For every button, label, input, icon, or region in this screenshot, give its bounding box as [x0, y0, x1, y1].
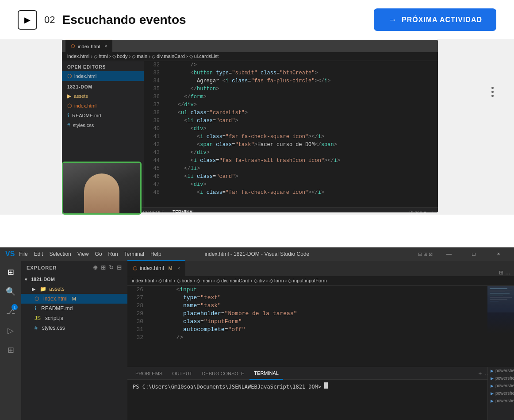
code-line-32: 32 />	[144, 61, 438, 69]
screenshot-indexhtml2: index.html	[74, 103, 96, 108]
next-activity-button[interactable]: → PRÓXIMA ACTIVIDAD	[374, 8, 496, 31]
terminal-item-5[interactable]: ▶ powershell	[488, 397, 514, 405]
tab-more-icon[interactable]: …	[505, 270, 510, 276]
sidebar-indexhtml[interactable]: ⬡ index.html M	[21, 294, 127, 304]
code-line-46: 46 <li class="card">	[144, 173, 438, 181]
main-breadcrumb-text: index.html › ◇ html › ◇ body › ◇ main › …	[132, 278, 327, 284]
screenshot-tab-close[interactable]: ×	[104, 44, 107, 49]
play-icon: ▶	[24, 15, 31, 25]
dot2	[491, 91, 494, 93]
maximize-button[interactable]: □	[464, 247, 484, 261]
assets-chevron: ▶	[32, 286, 35, 292]
code-line-39: 39 <li class="card">	[144, 117, 438, 125]
sidebar-stylescss[interactable]: # styles.css	[21, 323, 127, 333]
minimap-canvas	[487, 286, 514, 367]
menu-file[interactable]: File	[19, 251, 27, 257]
screenshot-styles: # styles.css	[62, 120, 144, 130]
sidebar-scriptjs[interactable]: JS script.js	[21, 313, 127, 323]
js-icon: JS	[35, 315, 41, 321]
screenshot-code: 32 /> 33 <button type="submit" class="bt…	[144, 61, 438, 207]
right-terminal-list: ▶ powershell ▶ powershell ▶ powershell ▶…	[487, 367, 514, 420]
screenshot-terminal-tab[interactable]: TERMINAL	[169, 208, 199, 212]
vscode-main-window: VS File Edit Selection View Go Run Termi…	[0, 247, 514, 420]
activity-extensions[interactable]: ⊞	[3, 342, 19, 358]
code-line-41: 41 <i class="far fa-check-square icon"><…	[144, 133, 438, 141]
collapse-icon[interactable]: ⊟	[117, 264, 122, 271]
new-terminal-btn[interactable]: +	[478, 370, 482, 377]
menu-terminal[interactable]: Terminal	[124, 251, 144, 257]
explorer-label: EXPLORER	[27, 265, 57, 270]
minimize-button[interactable]: —	[439, 247, 459, 261]
main-terminal-tabs: PROBLEMS OUTPUT DEBUG CONSOLE TERMINAL +…	[127, 367, 514, 380]
code-line-35: 35 </button>	[144, 85, 438, 93]
debug-console-tab[interactable]: DEBUG CONSOLE	[197, 367, 249, 380]
code-line-37: 37 </div>	[144, 101, 438, 109]
main-tab-indexhtml[interactable]: ⬡ index.html M ×	[127, 260, 185, 276]
menu-help[interactable]: Help	[150, 251, 161, 257]
tab-split-icon[interactable]: ⊞	[499, 270, 503, 276]
screenshot-tab-name: index.html	[78, 44, 100, 49]
new-file-icon[interactable]: ⊕	[93, 264, 98, 271]
activity-debug[interactable]: ▷	[3, 323, 19, 339]
terminal-item-4[interactable]: ▶ powershell	[488, 389, 514, 397]
close-button[interactable]: ×	[488, 247, 509, 261]
terminal-item-2[interactable]: ▶ powershell	[488, 374, 514, 382]
screenshot-assets-folder: ▶ assets	[62, 91, 144, 101]
screenshot-readme-name: README.md	[72, 113, 101, 118]
menu-view[interactable]: View	[77, 251, 89, 257]
activity-search[interactable]: 🔍	[3, 284, 19, 300]
indexhtml-icon: ⬡	[35, 296, 39, 302]
sidebar-readme[interactable]: ℹ README.md	[21, 304, 127, 313]
dots-menu[interactable]	[489, 84, 496, 100]
new-folder-icon[interactable]: ⊞	[101, 264, 106, 271]
screenshot-terminal-plus[interactable]: +	[430, 210, 436, 212]
activity-git[interactable]: ⎇ 1	[3, 303, 19, 319]
top-bar: ▶ 02 Escuchando eventos → PRÓXIMA ACTIVI…	[0, 0, 514, 40]
next-arrow-icon: →	[388, 15, 397, 25]
output-tab[interactable]: OUTPUT	[168, 367, 196, 380]
sidebar-project-row[interactable]: ▾ 1821-DOM	[21, 274, 127, 284]
sidebar-assets-name: assets	[49, 286, 65, 292]
terminal-item-3[interactable]: ▶ powershell	[488, 382, 514, 389]
terminal-item-1[interactable]: ▶ powershell	[488, 367, 514, 374]
menu-selection[interactable]: Selection	[49, 251, 71, 257]
dot3	[491, 95, 494, 97]
terminal-tab[interactable]: TERMINAL	[249, 367, 283, 380]
sidebar-header: EXPLORER ⊕ ⊞ ↻ ⊟	[21, 261, 127, 274]
refresh-icon[interactable]: ↻	[109, 264, 114, 271]
project-label: 1821-DOM	[62, 83, 144, 91]
sidebar-project-name: 1821-DOM	[31, 277, 55, 282]
webcam-face	[63, 163, 140, 213]
main-code-editor[interactable]: 26 <input 27 type="text" 28 name="task" …	[127, 286, 487, 367]
sidebar-chevron-down: ▾	[25, 277, 27, 282]
dot1	[491, 87, 494, 89]
top-bar-left: ▶ 02 Escuchando eventos	[18, 10, 186, 30]
main-tab-bar: ⬡ index.html M × ⊞ …	[127, 261, 514, 276]
html-file-icon: ⬡	[67, 73, 72, 79]
code-line-36: 36 </form>	[144, 93, 438, 101]
ps-icon-2: ▶	[491, 376, 494, 381]
screenshot-styles-name: styles.css	[73, 123, 94, 128]
layout-icons[interactable]: ⊟ ⊞ ⊠	[416, 251, 434, 257]
activity-explorer[interactable]: ⊞	[3, 264, 19, 280]
code-line-45: 45 </li>	[144, 165, 438, 173]
md-icon: ℹ	[67, 112, 69, 119]
lesson-number: 02	[44, 14, 55, 26]
menu-go[interactable]: Go	[95, 251, 102, 257]
sidebar-readme-name: README.md	[41, 305, 73, 312]
code-line-43: 43 </div>	[144, 149, 438, 157]
menu-edit[interactable]: Edit	[34, 251, 43, 257]
sidebar-scriptjs-name: script.js	[45, 315, 63, 321]
activity-bar: ⊞ 🔍 ⎇ 1 ▷ ⊞	[0, 261, 21, 420]
webcam-figure	[84, 173, 119, 213]
ps-icon-5: ▶	[491, 399, 494, 403]
window-controls: ⊟ ⊞ ⊠ — □ ×	[416, 247, 509, 261]
code-line-44: 44 <i class="fas fa-trash-alt trashIcon …	[144, 157, 438, 165]
menu-run[interactable]: Run	[108, 251, 118, 257]
screenshot-tab-index-html: ⬡ index.html ×	[65, 40, 112, 52]
html-icon2: ⬡	[67, 103, 72, 109]
code-line-33: 33 <button type="submit" class="btnCreat…	[144, 69, 438, 77]
sidebar-assets[interactable]: ▶ 📁 assets	[21, 284, 127, 294]
problems-tab[interactable]: PROBLEMS	[131, 367, 167, 380]
main-tab-close[interactable]: ×	[177, 266, 180, 271]
